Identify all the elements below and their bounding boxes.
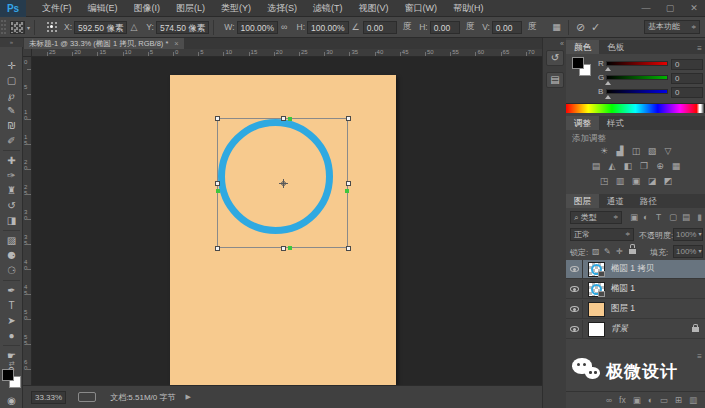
channel-value-R[interactable]: 0 xyxy=(671,59,703,70)
fill-dropdown[interactable]: 100% ▾ xyxy=(673,245,703,258)
link-layers-button[interactable]: ∞ xyxy=(606,395,612,405)
history-brush-tool[interactable]: ↺ xyxy=(0,199,23,213)
maximize-button[interactable]: ▢ xyxy=(663,0,677,16)
tab-paths[interactable]: 路径 xyxy=(632,194,665,208)
transform-handle[interactable] xyxy=(215,181,220,186)
document-tab-close-icon[interactable]: × xyxy=(174,38,178,49)
channel-slider-B[interactable] xyxy=(606,89,668,94)
new-group-button[interactable]: ▭ xyxy=(660,395,668,405)
tool-preset-arrow-icon[interactable]: ▾ xyxy=(27,24,30,31)
lock-image-pixels-icon[interactable]: ✎ xyxy=(604,247,611,256)
dodge-tool[interactable]: ⚆ xyxy=(0,264,23,278)
layer-style-button[interactable]: fx xyxy=(619,395,626,405)
foreground-background-swatches[interactable] xyxy=(572,57,596,81)
filter-smart-objects-icon[interactable]: ▤ xyxy=(682,212,690,222)
move-tool[interactable]: ✛ xyxy=(0,59,23,73)
rectangular-marquee-tool[interactable]: ▢ xyxy=(0,74,23,88)
cancel-transform-icon[interactable]: ⊘ xyxy=(576,21,585,34)
history-panel-icon[interactable]: ↺ xyxy=(546,50,564,66)
menu-item-0[interactable]: 文件(F) xyxy=(34,0,80,17)
skew-h-input[interactable]: 0.00 xyxy=(430,21,460,34)
ellipse-tool[interactable]: ● xyxy=(0,329,23,343)
document-size-info[interactable]: 文档:5.51M/0 字节 xyxy=(110,392,175,403)
vibrance-icon[interactable]: ▽ xyxy=(662,145,675,157)
menu-item-9[interactable]: 帮助(H) xyxy=(445,0,492,17)
document-area[interactable] xyxy=(32,57,542,385)
transform-center-point[interactable] xyxy=(279,179,288,188)
lasso-tool[interactable]: ℘ xyxy=(0,89,23,103)
channel-slider-thumb[interactable] xyxy=(605,81,611,85)
filter-adjustment-layers-icon[interactable]: ◐ xyxy=(643,212,648,222)
transform-handle[interactable] xyxy=(281,246,286,251)
layer-thumbnail[interactable] xyxy=(588,322,605,337)
h-input[interactable]: 100.00% xyxy=(307,21,349,34)
colors-panel-menu-icon[interactable]: ≡ xyxy=(697,44,702,53)
channel-value-B[interactable]: 0 xyxy=(671,87,703,98)
color-lookup-icon[interactable]: ▦ xyxy=(670,160,683,172)
visibility-well[interactable] xyxy=(566,300,583,319)
maintain-aspect-ratio-icon[interactable]: ∞ xyxy=(281,22,287,32)
close-button[interactable]: ✕ xyxy=(687,0,701,16)
menu-item-1[interactable]: 编辑(E) xyxy=(80,0,126,17)
foreground-color-swatch[interactable] xyxy=(2,369,14,381)
document-tab[interactable]: 未标题-1 @ 33.3% (椭圆 1 拷贝, RGB/8) * × xyxy=(24,38,184,49)
layer-row[interactable]: 背景 xyxy=(566,320,705,339)
visibility-well[interactable] xyxy=(566,260,583,279)
transform-handle[interactable] xyxy=(346,246,351,251)
selective-color-icon[interactable]: ◩ xyxy=(662,175,675,187)
tab-adjustments[interactable]: 调整 xyxy=(566,116,599,130)
spot-healing-brush-tool[interactable]: ✚ xyxy=(0,154,23,168)
invert-icon[interactable]: ◳ xyxy=(598,175,611,187)
ruler-origin-corner[interactable] xyxy=(23,49,32,57)
warp-mode-icon[interactable]: ▦ xyxy=(552,22,561,32)
tab-layers[interactable]: 图层 xyxy=(566,194,599,208)
layer-filter-kind-dropdown[interactable]: ⌕ 类型 ≑ xyxy=(570,211,622,224)
transform-handle[interactable] xyxy=(215,246,220,251)
layer-row[interactable]: 图层 1 xyxy=(566,300,705,319)
curves-icon[interactable]: ◫ xyxy=(630,145,643,157)
menu-item-8[interactable]: 窗口(W) xyxy=(397,0,446,17)
zoom-level-field[interactable]: 33.33% xyxy=(31,391,66,404)
type-tool[interactable]: T xyxy=(0,299,23,313)
visibility-eye-icon[interactable] xyxy=(570,266,579,272)
workspace-switcher[interactable]: 基本功能 ≑ xyxy=(644,20,700,34)
transform-handle[interactable] xyxy=(346,181,351,186)
tab-styles[interactable]: 样式 xyxy=(599,116,632,130)
transform-handle[interactable] xyxy=(281,116,286,121)
menu-item-3[interactable]: 图层(L) xyxy=(168,0,213,17)
lock-transparent-pixels-icon[interactable]: ▨ xyxy=(592,247,600,256)
tab-channels[interactable]: 通道 xyxy=(599,194,632,208)
threshold-icon[interactable]: ▣ xyxy=(630,175,643,187)
tool-preset-picker[interactable] xyxy=(10,21,25,34)
transform-handle[interactable] xyxy=(346,116,351,121)
quick-mask-button[interactable]: ◉ xyxy=(0,394,23,408)
new-adjustment-layer-button[interactable]: ◐ xyxy=(648,395,653,405)
layer-thumbnail[interactable] xyxy=(588,282,605,297)
layer-row[interactable]: 椭圆 1 拷贝 xyxy=(566,260,705,279)
foreground-color-swatch[interactable] xyxy=(572,57,584,69)
exposure-icon[interactable]: ▧ xyxy=(646,145,659,157)
commit-transform-icon[interactable]: ✓ xyxy=(591,21,600,34)
quick-selection-tool[interactable]: ✎ xyxy=(0,104,23,118)
gradient-map-icon[interactable]: ◪ xyxy=(646,175,659,187)
brush-tool[interactable]: ✑ xyxy=(0,169,23,183)
channel-slider-thumb[interactable] xyxy=(605,95,611,99)
hue-saturation-icon[interactable]: ▤ xyxy=(590,160,603,172)
filter-type-layers-icon[interactable]: T xyxy=(656,212,661,222)
tools-panel-header[interactable]: » xyxy=(0,38,23,47)
visibility-well[interactable] xyxy=(566,280,583,299)
x-input[interactable]: 592.50 像素 xyxy=(74,21,127,34)
add-layer-mask-button[interactable]: ▣ xyxy=(633,395,641,405)
lock-position-icon[interactable]: ✛ xyxy=(616,247,623,256)
visibility-eye-icon[interactable] xyxy=(570,286,579,292)
tab-swatches[interactable]: 色板 xyxy=(599,40,632,54)
color-spectrum-ramp[interactable] xyxy=(566,103,705,113)
photo-filter-icon[interactable]: ❐ xyxy=(638,160,651,172)
blur-tool[interactable]: ⚈ xyxy=(0,249,23,263)
posterize-icon[interactable]: ▥ xyxy=(614,175,627,187)
menu-item-2[interactable]: 图像(I) xyxy=(126,0,169,17)
channel-slider-G[interactable] xyxy=(606,75,668,80)
minimize-button[interactable]: — xyxy=(639,0,653,16)
color-swatches[interactable] xyxy=(2,369,22,391)
transform-bounding-box[interactable] xyxy=(217,118,348,248)
